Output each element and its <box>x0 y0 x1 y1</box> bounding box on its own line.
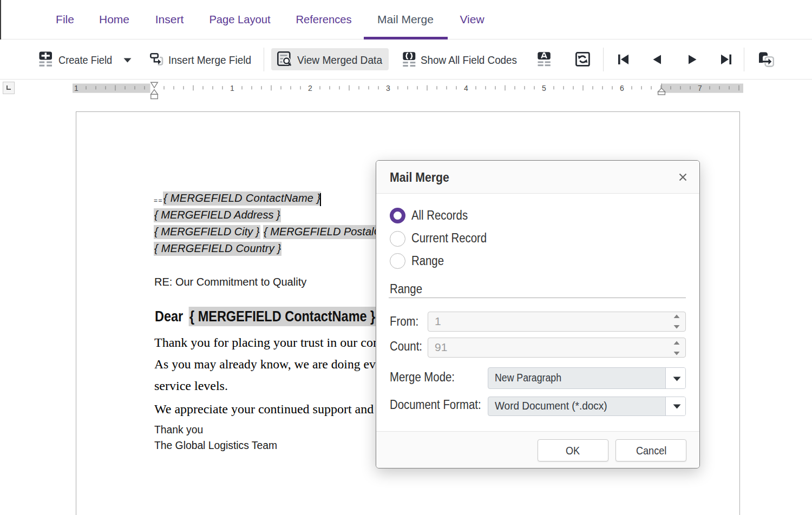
svg-text:2: 2 <box>308 84 312 93</box>
svg-text:4: 4 <box>464 84 468 93</box>
svg-text:7: 7 <box>698 84 702 93</box>
svg-text:5: 5 <box>542 84 546 93</box>
svg-text:3: 3 <box>386 84 390 93</box>
svg-text:6: 6 <box>620 84 624 93</box>
svg-text:1: 1 <box>74 84 78 93</box>
svg-text:1: 1 <box>230 84 234 93</box>
